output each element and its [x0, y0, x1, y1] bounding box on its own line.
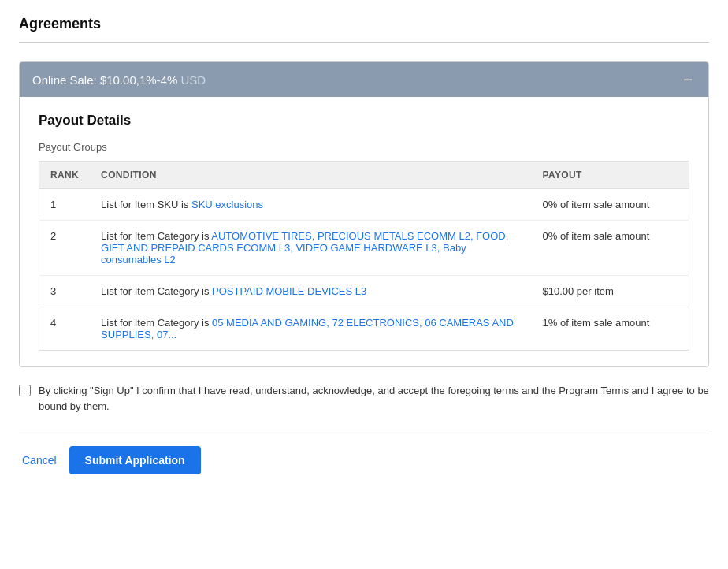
- payout-cell: 1% of item sale amount: [532, 307, 689, 351]
- payout-groups-label: Payout Groups: [39, 141, 689, 153]
- rank-column-header: RANK: [39, 162, 91, 189]
- rank-cell: 1: [39, 189, 91, 221]
- payout-cell: $10.00 per item: [532, 276, 689, 307]
- condition-link[interactable]: POSTPAID MOBILE DEVICES L3: [212, 285, 366, 297]
- table-row: 2 List for Item Category is AUTOMOTIVE T…: [39, 221, 689, 276]
- footer-divider: [19, 433, 709, 433]
- table-row: 1 List for Item SKU is SKU exclusions 0%…: [39, 189, 689, 221]
- table-header: RANK CONDITION PAYOUT: [39, 162, 689, 189]
- rank-cell: 4: [39, 307, 91, 351]
- agreement-card: Online Sale: $10.00,1%-4% USD − Payout D…: [19, 61, 709, 367]
- condition-prefix: List for Item Category is: [101, 230, 211, 242]
- terms-checkbox[interactable]: [19, 385, 31, 396]
- payout-cell: 0% of item sale amount: [532, 221, 689, 276]
- rank-cell: 3: [39, 276, 91, 307]
- condition-prefix: List for Item Category is: [101, 285, 212, 297]
- agreement-title-text: Online Sale: $10.00,1%-4%: [32, 73, 177, 87]
- condition-prefix: List for Item SKU is: [101, 199, 191, 210]
- condition-cell: List for Item Category is 05 MEDIA AND G…: [90, 307, 531, 351]
- condition-cell: List for Item SKU is SKU exclusions: [90, 189, 531, 221]
- table-header-row: RANK CONDITION PAYOUT: [39, 162, 689, 189]
- agreement-body: Payout Details Payout Groups RANK CONDIT…: [20, 97, 708, 366]
- table-row: 4 List for Item Category is 05 MEDIA AND…: [39, 307, 689, 351]
- cancel-button[interactable]: Cancel: [22, 454, 57, 467]
- page-title: Agreements: [19, 16, 709, 32]
- footer-actions: Cancel Submit Application: [19, 446, 709, 474]
- table-body: 1 List for Item SKU is SKU exclusions 0%…: [39, 189, 689, 351]
- terms-section: By clicking "Sign Up" I confirm that I h…: [19, 383, 709, 414]
- rank-cell: 2: [39, 221, 91, 276]
- table-row: 3 List for Item Category is POSTPAID MOB…: [39, 276, 689, 307]
- payout-cell: 0% of item sale amount: [532, 189, 689, 221]
- condition-cell: List for Item Category is POSTPAID MOBIL…: [90, 276, 531, 307]
- condition-cell: List for Item Category is AUTOMOTIVE TIR…: [90, 221, 531, 276]
- agreement-header: Online Sale: $10.00,1%-4% USD −: [20, 62, 708, 97]
- payout-table: RANK CONDITION PAYOUT 1 List for Item SK…: [39, 161, 689, 351]
- page-container: Agreements Online Sale: $10.00,1%-4% USD…: [0, 0, 728, 490]
- agreement-currency: USD: [180, 73, 206, 87]
- condition-link[interactable]: SKU exclusions: [191, 199, 263, 210]
- payout-column-header: PAYOUT: [532, 162, 689, 189]
- submit-application-button[interactable]: Submit Application: [69, 446, 201, 474]
- page-divider: [19, 42, 709, 43]
- collapse-button[interactable]: −: [680, 72, 696, 87]
- condition-column-header: CONDITION: [90, 162, 531, 189]
- terms-text: By clicking "Sign Up" I confirm that I h…: [39, 383, 709, 414]
- condition-prefix: List for Item Category is: [101, 317, 212, 329]
- agreement-header-title: Online Sale: $10.00,1%-4% USD: [32, 73, 206, 87]
- payout-details-title: Payout Details: [39, 113, 689, 128]
